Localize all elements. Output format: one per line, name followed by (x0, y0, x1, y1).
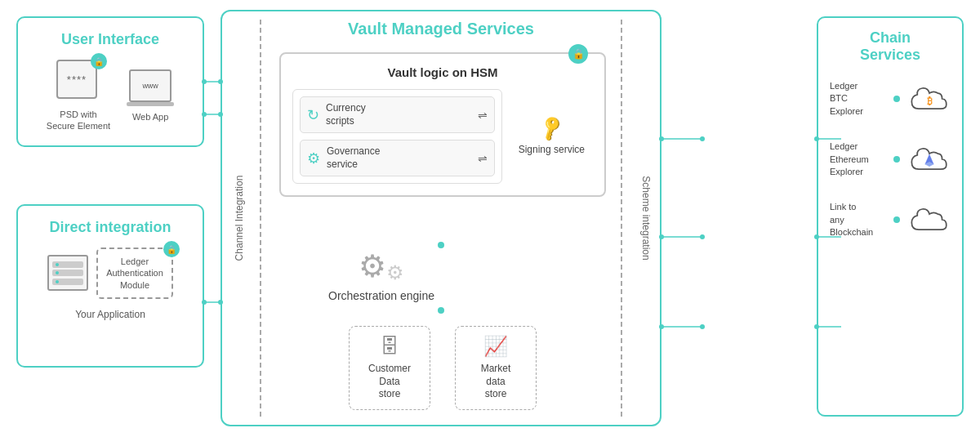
governance-service-item: ⚙ Governanceservice ⇌ (300, 140, 495, 176)
hsm-box: 🔒 Vault logic on HSM ↻ Currencyscripts ⇌… (279, 52, 606, 197)
customer-data-store: 🗄 CustomerDatastore (349, 326, 430, 410)
server-row-3 (52, 279, 83, 285)
currency-scripts-item: ↻ Currencyscripts ⇌ (300, 96, 495, 133)
governance-icon: ⚙ (307, 149, 320, 167)
server-row-1 (52, 261, 83, 268)
server-row-2 (52, 270, 83, 276)
eth-text: LedgerEthereumExplorer (830, 140, 885, 178)
laptop-base (127, 102, 174, 106)
market-data-store: 📈 Marketdatastore (455, 326, 537, 410)
btc-connector-dot (893, 96, 900, 102)
orchestration-engine: ⚙ ⚙ Orchestration engine (328, 248, 434, 302)
signing-service: 🔑 Signing service (510, 89, 593, 184)
direct-integration-panel: Direct integration LedgerAuthenticationM… (16, 204, 204, 368)
orchestration-text: Orchestration engine (328, 289, 434, 302)
architecture-diagram: User Interface **** 🔒 PSD withSecure Ele… (0, 0, 980, 437)
svg-point-17 (700, 234, 705, 239)
chain-items: LedgerBTCExplorer ₿ LedgerEthereumExplor… (830, 80, 951, 239)
currency-arrow: ⇌ (478, 109, 488, 122)
user-interface-panel: User Interface **** 🔒 PSD withSecure Ele… (16, 16, 204, 147)
auth-module-label: LedgerAuthenticationModule (106, 256, 163, 291)
customer-data-text: CustomerDatastore (368, 363, 411, 401)
btc-cloud-icon: ₿ (908, 84, 951, 114)
gear-small-icon: ⚙ (386, 261, 404, 284)
svg-point-14 (700, 136, 705, 141)
svg-text:₿: ₿ (927, 96, 933, 107)
svg-point-20 (700, 324, 705, 329)
customer-db-icon: 🗄 (380, 335, 399, 358)
web-app-item: www Web App (127, 69, 174, 123)
eth-chain-item: LedgerEthereumExplorer (830, 140, 951, 178)
psd-lock-badge: 🔒 (91, 53, 107, 69)
gear-icons: ⚙ ⚙ (359, 248, 404, 284)
auth-module-box: LedgerAuthenticationModule 🔒 (96, 247, 173, 299)
key-icon: 🔑 (537, 114, 566, 143)
server-icon (47, 255, 88, 291)
market-db-icon: 📈 (483, 335, 508, 358)
scheme-integration-label: Scheme integration (640, 176, 652, 260)
signing-service-text: Signing service (519, 144, 585, 155)
any-blockchain-text: Link toanyBlockchain (830, 201, 885, 239)
psd-device: **** 🔒 (56, 60, 100, 104)
right-divider (621, 20, 622, 417)
currency-scripts-text: Currencyscripts (326, 102, 366, 127)
vault-managed-services-panel: Vault Managed Services Channel Integrati… (220, 10, 662, 426)
auth-lock-badge: 🔒 (163, 241, 180, 257)
left-divider (260, 20, 261, 417)
laptop-icon: www (129, 69, 172, 102)
btc-text: LedgerBTCExplorer (830, 80, 885, 118)
ui-items: **** 🔒 PSD withSecure Element www Web Ap… (31, 60, 189, 132)
gear-large-icon: ⚙ (359, 248, 386, 284)
channel-integration-label: Channel Integration (234, 176, 245, 261)
vault-title: Vault Managed Services (222, 20, 660, 38)
hsm-lock-badge: 🔒 (568, 44, 588, 64)
psd-stars: **** (67, 74, 87, 86)
eth-cloud-icon (908, 145, 951, 174)
any-blockchain-item: Link toanyBlockchain (830, 201, 951, 239)
services-row: ↻ Currencyscripts ⇌ ⚙ Governanceservice … (292, 89, 593, 184)
hsm-title: Vault logic on HSM (292, 65, 593, 79)
user-interface-title: User Interface (31, 31, 189, 48)
services-left: ↻ Currencyscripts ⇌ ⚙ Governanceservice … (292, 89, 502, 184)
governance-service-text: Governanceservice (327, 145, 380, 171)
any-blockchain-label: Link toanyBlockchain (830, 201, 885, 239)
direct-content: LedgerAuthenticationModule 🔒 (31, 247, 189, 299)
eth-label: LedgerEthereumExplorer (830, 140, 885, 178)
web-app-label: Web App (132, 111, 168, 123)
psd-label: PSD withSecure Element (47, 109, 110, 132)
btc-label: LedgerBTCExplorer (830, 80, 885, 118)
generic-cloud-icon (908, 205, 951, 234)
currency-icon: ↻ (307, 106, 319, 124)
eth-connector-dot (893, 156, 900, 163)
your-app-label: Your Application (31, 309, 189, 320)
direct-integration-title: Direct integration (31, 219, 189, 236)
chain-services-panel: ChainServices LedgerBTCExplorer ₿ Ledger… (817, 16, 964, 417)
data-stores: 🗄 CustomerDatastore 📈 Marketdatastore (271, 326, 614, 410)
blockchain-connector-dot (893, 216, 900, 223)
governance-arrow: ⇌ (478, 152, 488, 165)
market-data-text: Marketdatastore (481, 363, 511, 401)
psd-device-item: **** 🔒 PSD withSecure Element (47, 60, 110, 132)
btc-chain-item: LedgerBTCExplorer ₿ (830, 80, 951, 118)
chain-services-title: ChainServices (830, 29, 951, 64)
